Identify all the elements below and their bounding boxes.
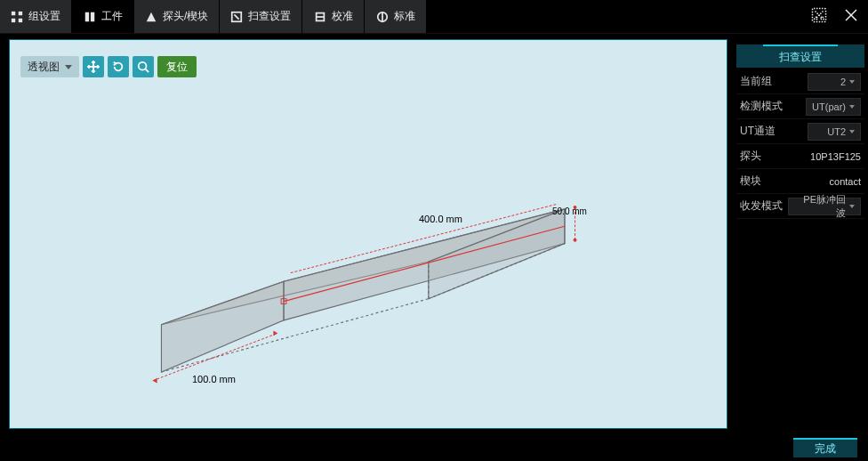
chevron-down-icon <box>849 205 855 208</box>
tab-standard[interactable]: 标准 <box>365 0 427 33</box>
svg-rect-4 <box>84 12 88 21</box>
standard-icon <box>376 11 389 23</box>
txrx-mode-select[interactable]: PE脉冲回波 <box>788 198 861 215</box>
tab-label: 工件 <box>101 9 123 24</box>
chevron-down-icon <box>849 105 855 109</box>
prop-label: 收发模式 <box>736 198 788 214</box>
prop-row-txrx-mode: 收发模式 PE脉冲回波 <box>736 194 864 219</box>
tab-label: 探头/楔块 <box>163 9 208 24</box>
tab-calibrate[interactable]: 校准 <box>302 0 365 33</box>
tab-probe-wedge[interactable]: 探头/楔块 <box>134 0 220 33</box>
scan-settings-icon <box>230 11 243 23</box>
prop-label: 检测模式 <box>736 99 788 114</box>
dim-height-label: 50.0 mm <box>552 206 587 216</box>
svg-rect-1 <box>19 11 22 14</box>
chevron-down-icon <box>849 80 855 84</box>
svg-point-36 <box>574 239 577 242</box>
tab-label: 校准 <box>332 9 353 24</box>
scan-settings-panel: 扫查设置 当前组 2 检测模式 UT(par) UT通道 <box>733 34 868 434</box>
top-tab-bar: 组设置 工件 探头/楔块 扫查设置 校准 标准 <box>0 0 868 34</box>
bottom-bar: 完成 <box>0 434 868 461</box>
dim-width-label: 100.0 mm <box>192 374 236 384</box>
tab-label: 标准 <box>394 9 415 24</box>
panel-title: 扫查设置 <box>736 44 864 68</box>
detect-mode-select[interactable]: UT(par) <box>806 98 861 116</box>
prop-row-ut-channel: UT通道 UT2 <box>736 119 864 144</box>
chevron-down-icon <box>849 130 855 133</box>
select-value: UT2 <box>827 126 846 137</box>
prop-row-current-group: 当前组 2 <box>736 69 864 94</box>
window-controls <box>802 0 868 33</box>
tab-scan-settings[interactable]: 扫查设置 <box>220 0 302 33</box>
prop-row-probe: 探头 10P13F125 <box>736 144 864 169</box>
snip-icon[interactable] <box>811 7 827 26</box>
tab-label: 扫查设置 <box>248 9 291 24</box>
prop-row-wedge: 楔块 contact <box>736 169 864 194</box>
workpiece-icon <box>84 11 96 23</box>
viewport-container: 透视图 复位 <box>0 34 733 434</box>
tab-group-settings[interactable]: 组设置 <box>0 0 72 33</box>
select-value: PE脉冲回波 <box>794 193 846 220</box>
prop-row-detect-mode: 检测模式 UT(par) <box>736 94 864 119</box>
close-icon[interactable] <box>843 7 859 26</box>
prop-label: 当前组 <box>736 74 788 89</box>
current-group-select[interactable]: 2 <box>808 73 861 91</box>
done-button[interactable]: 完成 <box>793 438 857 457</box>
prop-label: 探头 <box>736 149 788 164</box>
settings-grid-icon <box>11 11 23 23</box>
select-value: UT(par) <box>812 101 846 112</box>
svg-rect-0 <box>12 11 15 14</box>
probe-icon <box>145 11 157 23</box>
main-area: 透视图 复位 <box>0 34 868 434</box>
tab-label: 组设置 <box>28 9 60 24</box>
probe-value: 10P13F125 <box>810 151 861 162</box>
svg-line-7 <box>235 14 239 19</box>
prop-label: 楔块 <box>736 174 788 189</box>
select-value: 2 <box>840 77 846 87</box>
svg-rect-5 <box>90 12 93 21</box>
calibrate-icon <box>314 11 326 23</box>
dim-length-label: 400.0 mm <box>419 214 462 224</box>
prop-label: UT通道 <box>736 124 788 139</box>
svg-rect-2 <box>12 18 15 21</box>
panel-title-text: 扫查设置 <box>779 50 822 65</box>
viewport-3d[interactable]: 透视图 复位 <box>9 39 727 429</box>
workpiece-render <box>10 40 727 428</box>
done-label: 完成 <box>815 441 836 457</box>
svg-marker-24 <box>161 281 284 372</box>
ut-channel-select[interactable]: UT2 <box>808 123 861 141</box>
wedge-value: contact <box>830 176 861 187</box>
tab-workpiece[interactable]: 工件 <box>72 0 134 33</box>
svg-rect-3 <box>19 18 22 21</box>
